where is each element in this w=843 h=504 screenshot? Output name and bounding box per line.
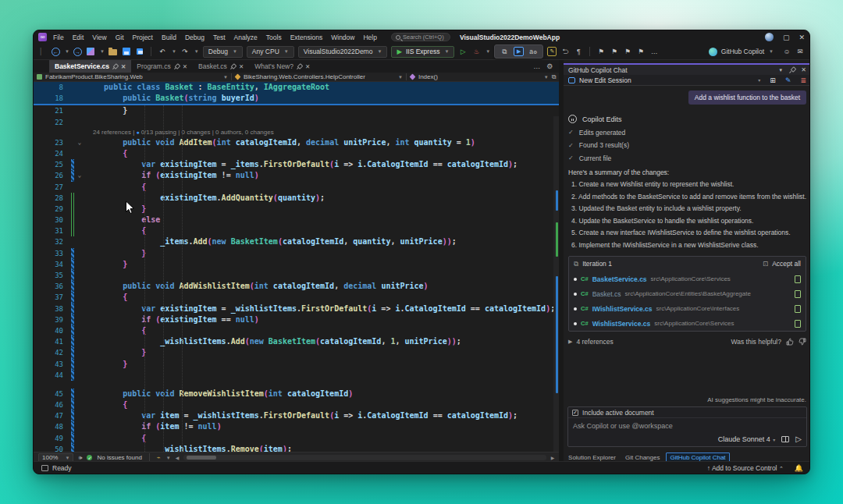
code-line[interactable]: 47 var item = _wishlistItems.FirstOrDefa…: [34, 410, 559, 421]
code-line[interactable]: 27 {: [34, 182, 559, 193]
chat-panel-header[interactable]: GitHub Copilot Chat ▼ ✕: [564, 65, 810, 75]
search-input[interactable]: Search (Ctrl+Q): [391, 33, 450, 41]
changed-file-row[interactable]: C#IWishlistService.cssrc\ApplicationCore…: [574, 305, 801, 313]
code-line[interactable]: 40 {: [34, 325, 559, 336]
code-line[interactable]: 39 if (existingItem == null): [34, 314, 559, 325]
toggle-bookmark-icon[interactable]: ⚑: [596, 46, 606, 57]
code-line[interactable]: 21 }: [34, 105, 559, 116]
code-line[interactable]: 25 var existingItem = _items.FirstOrDefa…: [34, 159, 559, 170]
code-cleanup-icon[interactable]: ⌁: [157, 454, 161, 461]
session-label[interactable]: New Edit Session: [579, 76, 631, 84]
code-line[interactable]: 36 public void AddWishlistItem(int catal…: [34, 281, 559, 292]
thumbs-up-icon[interactable]: [786, 338, 794, 346]
code-suggestion-icon[interactable]: ✎: [547, 47, 557, 56]
open-folder-icon[interactable]: [108, 46, 118, 57]
send-feedback-icon[interactable]: ☺: [782, 46, 791, 57]
code-line[interactable]: 31 {: [34, 225, 559, 236]
code-line[interactable]: 34 }: [34, 259, 559, 270]
accept-all-button[interactable]: ⊡ Accept all: [763, 260, 801, 268]
open-diff-icon[interactable]: [795, 290, 801, 298]
session-dropdown[interactable]: ▾: [758, 77, 760, 83]
github-copilot-status-icon[interactable]: [709, 48, 717, 56]
menu-item-build[interactable]: Build: [162, 34, 176, 41]
new-project-icon[interactable]: [86, 46, 95, 57]
save-all-icon[interactable]: [135, 46, 144, 57]
code-line[interactable]: 42 }: [34, 347, 559, 358]
file-name[interactable]: IWishlistService.cs: [592, 305, 653, 313]
reading-view-icon[interactable]: [781, 436, 789, 442]
sticky-line[interactable]: 18 public Basket(string buyerId): [34, 93, 559, 104]
fold-chevron-icon[interactable]: ⌄: [74, 137, 85, 148]
model-picker[interactable]: Claude Sonnet 4 ▾: [718, 435, 776, 443]
next-bookmark-icon[interactable]: ⚑: [623, 46, 632, 57]
breadcrumb-member-dropdown[interactable]: ▼: [544, 75, 549, 80]
menu-item-edit[interactable]: Edit: [73, 34, 84, 41]
code-line[interactable]: 46 {: [34, 399, 559, 410]
tab-pin-icon[interactable]: [174, 64, 180, 69]
toolbar-overflow-icon[interactable]: …: [649, 46, 659, 57]
code-line[interactable]: 49 {: [34, 433, 559, 444]
code-editor[interactable]: 21 }2224 references | ● 0/13 passing | 0…: [34, 105, 559, 452]
tab-close-icon[interactable]: ✕: [305, 63, 310, 70]
navigate-back-dropdown[interactable]: ▼: [65, 49, 69, 54]
horizontal-scrollbar-thumb[interactable]: [187, 456, 216, 460]
menu-item-tools[interactable]: Tools: [266, 34, 282, 41]
tab-what-s-new-[interactable]: What's New?✕: [249, 60, 315, 73]
panel-options-chevron-icon[interactable]: ▼: [778, 68, 783, 73]
code-line[interactable]: 24 {: [34, 148, 559, 159]
split-editor-icon[interactable]: ⧉: [552, 73, 557, 81]
navigate-backward-edit-icon[interactable]: ⮌: [560, 46, 570, 57]
file-name[interactable]: BasketService.cs: [592, 275, 647, 283]
announcements-icon[interactable]: 🕪: [78, 454, 82, 462]
tab-close-icon[interactable]: ✕: [239, 63, 244, 70]
include-active-document-row[interactable]: ✓ Include active document: [568, 407, 806, 418]
code-line[interactable]: 44: [34, 370, 559, 381]
menu-item-test[interactable]: Test: [213, 34, 226, 41]
notifications-bell-icon[interactable]: 🔔: [795, 464, 803, 472]
code-line[interactable]: 45 public void RemoveWishlistItem(int ca…: [34, 389, 559, 399]
tab-pin-icon[interactable]: [230, 64, 236, 69]
hscroll-right-arrow[interactable]: ▶: [551, 455, 555, 460]
code-line[interactable]: 29 }: [34, 204, 559, 215]
start-without-debugging-icon[interactable]: ▷: [458, 46, 468, 57]
menu-item-analyze[interactable]: Analyze: [234, 34, 258, 41]
tab-close-icon[interactable]: ✕: [183, 63, 187, 70]
open-diff-icon[interactable]: [795, 320, 801, 328]
menu-item-view[interactable]: View: [92, 34, 106, 41]
tool-tab-git-changes[interactable]: Git Changes: [622, 453, 663, 462]
live-share-icon[interactable]: ✉: [795, 46, 805, 57]
tab-basket-cs[interactable]: Basket.cs✕: [193, 60, 249, 73]
restart-app-icon[interactable]: ⧉: [500, 46, 509, 57]
tab-pin-icon[interactable]: [297, 64, 302, 69]
startup-project-dropdown[interactable]: VisualStudio2022Demo▼: [298, 46, 388, 58]
breadcrumb-type[interactable]: BikeSharing.Web.Controllers.HelpControll…: [235, 73, 395, 80]
undo-dropdown[interactable]: ▼: [172, 49, 176, 54]
previous-bookmark-icon[interactable]: ⚑: [610, 46, 619, 57]
github-copilot-label[interactable]: GitHub Copilot: [721, 48, 764, 55]
save-icon[interactable]: [122, 46, 131, 57]
references-expander-icon[interactable]: ▶: [568, 339, 572, 345]
changed-file-row[interactable]: C#BasketService.cssrc\ApplicationCore\Se…: [574, 275, 801, 283]
changed-file-row[interactable]: C#Basket.cssrc\ApplicationCore\Entities\…: [574, 290, 801, 298]
undo-icon[interactable]: ↶: [158, 46, 167, 57]
codelens[interactable]: 24 references | ● 0/13 passing | 0 chang…: [34, 128, 559, 137]
changed-file-row[interactable]: C#WishlistService.cssrc\ApplicationCore\…: [574, 320, 801, 328]
show-whitespace-icon[interactable]: ¶: [574, 46, 583, 57]
new-edit-session-icon[interactable]: ✎: [785, 76, 791, 84]
vertical-scrollbar[interactable]: [553, 116, 559, 452]
code-line[interactable]: 30 else: [34, 215, 559, 225]
references-label[interactable]: 4 references: [576, 338, 613, 346]
issues-status[interactable]: No issues found: [97, 454, 141, 461]
code-line[interactable]: 32 _items.Add(new BasketItem(catalogItem…: [34, 236, 559, 247]
toolbar-grip[interactable]: ▏: [38, 46, 48, 57]
code-line[interactable]: 33 }: [34, 248, 559, 259]
code-line[interactable]: 26⌄ if (existingItem != null): [34, 170, 559, 181]
code-line[interactable]: 28 existingItem.AddQuantity(quantity);: [34, 193, 559, 204]
code-line[interactable]: 48 if (item != null): [34, 421, 559, 432]
hot-reload-icon[interactable]: ♨: [471, 46, 481, 57]
menu-item-debug[interactable]: Debug: [185, 34, 205, 41]
menu-item-window[interactable]: Window: [331, 34, 354, 41]
open-diff-icon[interactable]: [795, 275, 801, 283]
horizontal-scrollbar[interactable]: [183, 455, 546, 460]
navigate-back-icon[interactable]: ←: [52, 48, 60, 56]
